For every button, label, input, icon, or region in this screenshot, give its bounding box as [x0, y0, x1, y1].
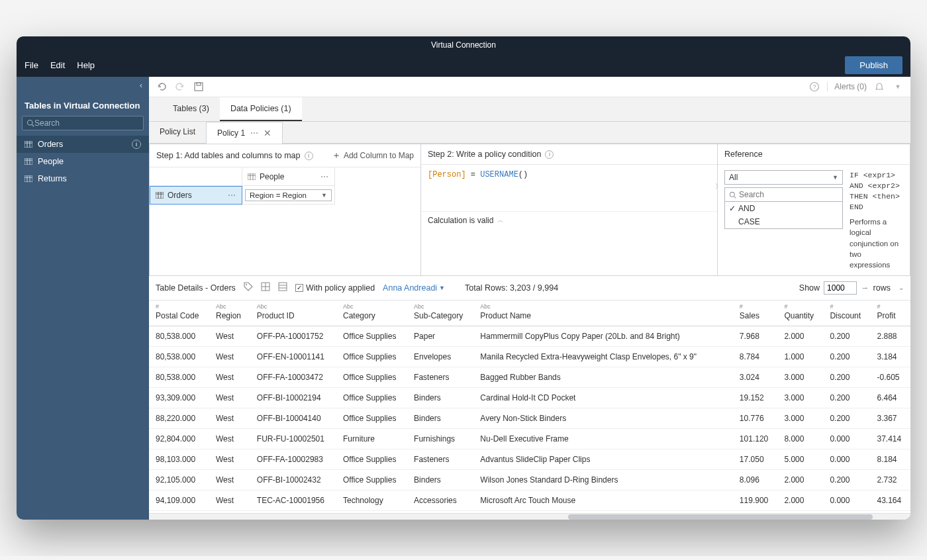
table-row[interactable]: 92,105.000WestOFF-BI-10002432Office Supp…	[149, 469, 910, 490]
policy-applied-toggle[interactable]: ✓ With policy applied	[295, 283, 375, 293]
caret-down-icon: ▼	[832, 174, 838, 181]
column-header[interactable]: AbcSub-Category	[407, 301, 473, 326]
list-view-icon[interactable]	[278, 282, 287, 293]
map-cell-orders[interactable]: Orders ⋯	[150, 186, 242, 205]
more-icon[interactable]: ⋯	[320, 172, 329, 181]
publish-button[interactable]: Publish	[845, 56, 903, 74]
map-cell-blank	[150, 167, 242, 186]
table-cell: 94,109.000	[149, 490, 209, 510]
step1-title: Step 1: Add tables and columns to map	[156, 151, 301, 160]
table-row[interactable]: 80,538.000WestOFF-FA-10003472Office Supp…	[149, 367, 910, 387]
redo-button[interactable]	[174, 81, 186, 93]
show-rows-label: Show	[799, 283, 820, 293]
table-row[interactable]: 88,220.000WestOFF-BI-10004140Office Supp…	[149, 408, 910, 428]
column-header[interactable]: #Quantity	[777, 301, 823, 326]
table-row[interactable]: 94,109.000WestTEC-AC-10001956TechnologyA…	[149, 490, 910, 510]
table-cell: 3.000	[777, 387, 823, 408]
table-cell: 80,538.000	[149, 367, 209, 387]
sidebar-item-label: Orders	[38, 140, 63, 149]
table-cell: 3.024	[733, 367, 778, 387]
more-icon[interactable]: ⋯	[228, 191, 236, 200]
data-table-wrapper[interactable]: #Postal CodeAbcRegionAbcProduct IDAbcCat…	[149, 301, 910, 513]
tag-icon[interactable]	[244, 282, 253, 293]
region-mapping-select[interactable]: Region = Region ▼	[245, 189, 332, 201]
table-cell: Office Supplies	[336, 387, 407, 408]
reference-item-case[interactable]: CASE	[725, 215, 842, 228]
table-cell: 0.000	[823, 490, 870, 510]
chevron-down-icon[interactable]: ⌄	[899, 284, 904, 291]
info-icon[interactable]: i	[132, 140, 141, 149]
svg-line-27	[734, 196, 736, 198]
table-row[interactable]: 92,804.000WestFUR-FU-10002501FurnitureFu…	[149, 428, 910, 449]
token-field: [Person]	[428, 170, 466, 179]
subtab-policy-list[interactable]: Policy List	[149, 122, 206, 143]
rows-label: rows	[873, 283, 891, 293]
table-cell: 2.000	[777, 469, 823, 490]
table-cell: 0.000	[823, 449, 870, 469]
arrow-right-icon[interactable]: →	[861, 283, 869, 293]
policy-condition-editor[interactable]: [Person] = USERNAME()	[421, 165, 717, 211]
table-row[interactable]: 80,538.000WestOFF-EN-10001141Office Supp…	[149, 346, 910, 367]
scrollbar-thumb[interactable]	[568, 514, 873, 520]
sidebar-item-returns[interactable]: Returns	[17, 170, 149, 187]
column-header[interactable]: AbcCategory	[336, 301, 407, 326]
tab-tables[interactable]: Tables (3)	[162, 97, 220, 121]
user-select[interactable]: Anna Andreadi ▼	[383, 283, 445, 293]
alerts-label[interactable]: Alerts (0)	[827, 82, 867, 91]
data-table: #Postal CodeAbcRegionAbcProduct IDAbcCat…	[149, 301, 910, 513]
reference-search[interactable]	[724, 187, 843, 202]
help-button[interactable]: ?	[808, 81, 820, 93]
reference-item-and[interactable]: AND	[725, 202, 842, 215]
sidebar-item-label: People	[38, 157, 64, 166]
table-cell: OFF-FA-10002983	[250, 449, 336, 469]
sidebar-collapse-button[interactable]: ‹	[17, 77, 149, 94]
menu-help[interactable]: Help	[77, 60, 95, 70]
column-header[interactable]: #Profit	[870, 301, 910, 326]
sidebar-search-input[interactable]	[34, 118, 139, 128]
calculation-status[interactable]: Calculation is valid ︿	[421, 211, 717, 229]
info-icon[interactable]: i	[545, 150, 554, 159]
grid-view-icon[interactable]	[261, 282, 270, 293]
caret-down-icon[interactable]: ▼	[892, 81, 904, 93]
bell-icon[interactable]	[873, 81, 885, 93]
table-row[interactable]: 93,309.000WestOFF-BI-10002194Office Supp…	[149, 387, 910, 408]
column-header[interactable]: AbcProduct Name	[473, 301, 733, 326]
save-button[interactable]	[193, 81, 205, 93]
subtab-policy-1[interactable]: Policy 1 ⋯ ✕	[206, 122, 283, 144]
step2-header: Step 2: Write a policy condition i	[421, 144, 717, 165]
sidebar-search[interactable]	[22, 116, 144, 130]
sidebar-item-people[interactable]: People	[17, 153, 149, 170]
table-cell: 2.000	[777, 326, 823, 346]
table-cell: Cardinal Hold-It CD Pocket	[473, 387, 733, 408]
table-row[interactable]: 98,103.000WestOFF-FA-10002983Office Supp…	[149, 449, 910, 469]
table-cell: Office Supplies	[336, 346, 407, 367]
tab-data-policies[interactable]: Data Policies (1)	[220, 97, 302, 121]
add-column-button[interactable]: ＋Add Column to Map	[332, 150, 414, 162]
column-header[interactable]: AbcProduct ID	[250, 301, 336, 326]
sidebar-item-orders[interactable]: Orders i	[17, 136, 149, 153]
reference-description: IF <expr1> AND <expr2> THEN <then> END P…	[850, 170, 903, 270]
select-value: All	[729, 173, 738, 182]
column-header[interactable]: #Sales	[733, 301, 778, 326]
column-header[interactable]: AbcRegion	[209, 301, 250, 326]
step2-title: Step 2: Write a policy condition	[428, 150, 541, 159]
undo-button[interactable]	[156, 81, 168, 93]
reference-filter-select[interactable]: All ▼	[724, 170, 843, 185]
menu-file[interactable]: File	[24, 60, 38, 70]
map-cell-people[interactable]: People ⋯	[242, 167, 335, 186]
horizontal-scrollbar[interactable]	[149, 513, 910, 520]
table-row[interactable]: 80,538.000WestOFF-PA-10001752Office Supp…	[149, 326, 910, 346]
column-header[interactable]: #Postal Code	[149, 301, 209, 326]
menu-edit[interactable]: Edit	[50, 60, 65, 70]
map-cell-region-select[interactable]: Region = Region ▼	[242, 186, 335, 205]
close-icon[interactable]: ✕	[264, 128, 271, 138]
reference-search-input[interactable]	[739, 190, 838, 199]
collapse-icon[interactable]: 〉	[715, 182, 722, 191]
info-icon[interactable]: i	[305, 152, 313, 160]
table-cell: Avery Non-Stick Binders	[473, 408, 733, 428]
table-cell: 92,105.000	[149, 469, 209, 490]
policy-tab-more-icon[interactable]: ⋯	[250, 128, 258, 138]
column-header[interactable]: #Discount	[823, 301, 870, 326]
table-cell: Office Supplies	[336, 449, 407, 469]
show-rows-input[interactable]	[824, 281, 857, 295]
